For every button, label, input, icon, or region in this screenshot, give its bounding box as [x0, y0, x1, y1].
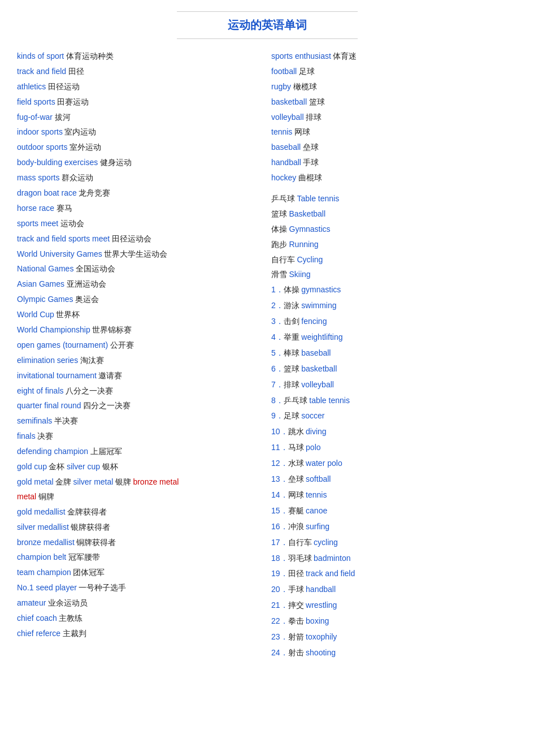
left-entry: Olympic Games 奥运会 — [17, 292, 254, 307]
list-item: 2．游泳 swimming — [271, 299, 517, 313]
left-entry: eight of finals 八分之一决赛 — [17, 384, 254, 399]
list-item: 14．网球 tennis — [271, 488, 517, 503]
left-entry: kinds of sport 体育运动种类 — [17, 49, 254, 64]
left-entry: Asian Games 亚洲运动会 — [17, 277, 254, 292]
right-top-entry: sports enthusiast 体育迷 — [271, 49, 517, 64]
left-entry: body-bulding exercises 健身运动 — [17, 155, 254, 170]
left-entry: outdoor sports 室外运动 — [17, 140, 254, 155]
list-item: 7．排球 volleyball — [271, 378, 517, 392]
list-item: 12．水球 water polo — [271, 456, 517, 471]
list-item: 15．赛艇 canoe — [271, 504, 517, 519]
left-entry: elimination series 淘汰赛 — [17, 353, 254, 368]
left-entry: World Championship 世界锦标赛 — [17, 323, 254, 338]
right-mid-entry: 篮球 Basketball — [271, 207, 517, 222]
right-mid-entry: 跑步 Running — [271, 237, 517, 252]
left-entry: gold cup 金杯 silver cup 银杯 — [17, 460, 254, 474]
left-entry: World University Games 世界大学生运动会 — [17, 247, 254, 262]
list-item: 18．羽毛球 badminton — [271, 551, 517, 566]
right-mid-entry: 自行车 Cycling — [271, 253, 517, 267]
left-entry: dragon boat race 龙舟竞赛 — [17, 186, 254, 201]
left-entry: fug-of-war 拔河 — [17, 110, 254, 125]
numbered-list: 1．体操 gymnastics2．游泳 swimming3．击剑 fencing… — [271, 283, 517, 660]
left-entry: mass sports 群众运动 — [17, 171, 254, 185]
left-entry: amateur 业余运动员 — [17, 596, 254, 611]
left-entry: horse race 赛马 — [17, 201, 254, 216]
list-item: 10．跳水 diving — [271, 425, 517, 439]
list-item: 23．射箭 toxophily — [271, 630, 517, 645]
left-entry: finals 决赛 — [17, 429, 254, 444]
left-entry: invitational tournament 邀请赛 — [17, 369, 254, 383]
list-item: 19．田径 track and field — [271, 567, 517, 581]
right-top-entry: volleyball 排球 — [271, 110, 517, 125]
left-entry: indoor sports 室内运动 — [17, 125, 254, 140]
right-mid-entry: 体操 Gymnastics — [271, 222, 517, 237]
right-mid-entry: 滑雪 Skiing — [271, 267, 517, 282]
list-item: 11．马球 polo — [271, 440, 517, 455]
left-entry: track and field 田径 — [17, 64, 254, 79]
left-entry: champion belt 冠军腰带 — [17, 550, 254, 565]
left-entry: bronze medallist 铜牌获得者 — [17, 535, 254, 550]
right-mid-entry: 乒乓球 Table tennis — [271, 192, 517, 206]
list-item: 20．手球 handball — [271, 582, 517, 597]
list-item: 6．篮球 basketball — [271, 362, 517, 377]
list-item: 1．体操 gymnastics — [271, 283, 517, 297]
left-entry: field sports 田赛运动 — [17, 95, 254, 110]
right-top-entry: baseball 垒球 — [271, 140, 517, 155]
left-entry: World Cup 世界杯 — [17, 308, 254, 322]
list-item: 5．棒球 baseball — [271, 346, 517, 361]
left-entry: track and field sports meet 田径运动会 — [17, 232, 254, 247]
left-entry: chief coach 主教练 — [17, 611, 254, 626]
list-item: 8．乒乓球 table tennis — [271, 394, 517, 408]
left-entry: athletics 田径运动 — [17, 80, 254, 94]
left-entry: gold medallist 金牌获得者 — [17, 505, 254, 520]
list-item: 21．摔交 wrestling — [271, 598, 517, 613]
left-entry: defending champion 上届冠军 — [17, 444, 254, 459]
right-top-entry: hockey 曲棍球 — [271, 171, 517, 185]
left-column: kinds of sport 体育运动种类track and field 田径a… — [17, 49, 254, 662]
list-item: 22．拳击 boxing — [271, 614, 517, 629]
list-item: 4．举重 weightlifting — [271, 330, 517, 345]
right-top-entry: basketball 篮球 — [271, 95, 517, 110]
list-item: 24．射击 shooting — [271, 646, 517, 660]
list-item: 17．自行车 cycling — [271, 535, 517, 550]
list-item: 9．足球 soccer — [271, 409, 517, 424]
list-item: 13．垒球 softball — [271, 472, 517, 487]
left-entry: sports meet 运动会 — [17, 217, 254, 231]
list-item: 3．击剑 fencing — [271, 314, 517, 329]
right-top-entry: football 足球 — [271, 64, 517, 79]
right-top-entry: rugby 橄榄球 — [271, 80, 517, 94]
left-entry: No.1 seed player 一号种子选手 — [17, 581, 254, 595]
left-entry: semifinals 半决赛 — [17, 414, 254, 429]
left-entry: chief referce 主裁判 — [17, 627, 254, 641]
left-entry: open games (tournament) 公开赛 — [17, 338, 254, 353]
right-top-entry: tennis 网球 — [271, 125, 517, 140]
right-top-entry: handball 手球 — [271, 155, 517, 170]
left-entry: quarter final round 四分之一决赛 — [17, 399, 254, 413]
left-entry: team champion 团体冠军 — [17, 565, 254, 580]
right-column: sports enthusiast 体育迷football 足球rugby 橄榄… — [271, 49, 517, 662]
left-entry: National Games 全国运动会 — [17, 262, 254, 277]
left-entry: gold metal 金牌 silver metal 银牌 bronze met… — [17, 475, 254, 504]
page-title: 运动的英语单词 — [177, 11, 358, 39]
left-entry: silver medallist 银牌获得者 — [17, 520, 254, 535]
list-item: 16．冲浪 surfing — [271, 520, 517, 534]
